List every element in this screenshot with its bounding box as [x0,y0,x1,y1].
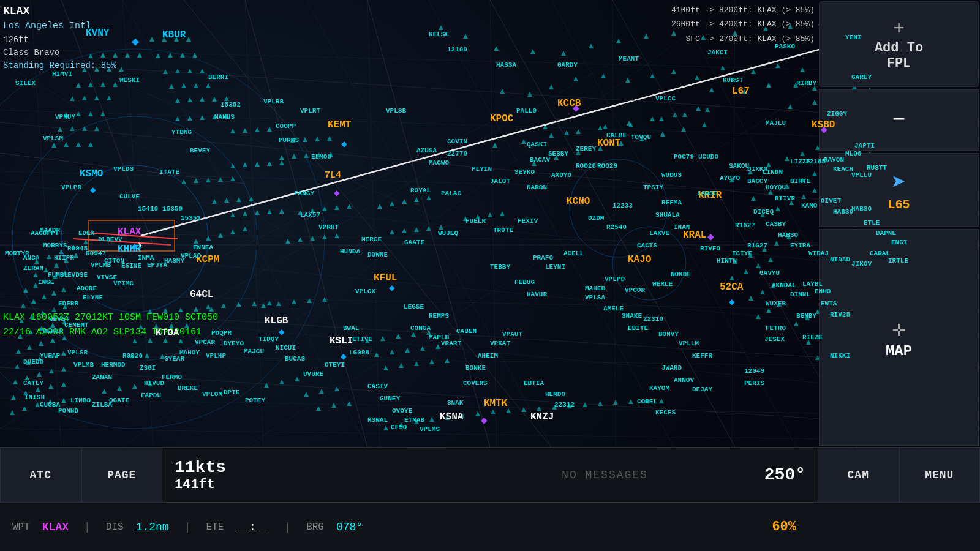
dis-value: 1.2nm [136,521,169,533]
speed-value: 11kts [175,458,453,477]
cam-button[interactable]: CAM [818,448,899,503]
minus-icon: − [892,108,906,133]
zoom-out-button[interactable]: − [819,89,979,151]
right-buttons: CAM MENU [818,448,980,503]
brg-label: BRG [306,522,324,533]
airport-class: Class Bravo [3,47,116,59]
left-buttons: ATC PAGE [0,448,162,503]
separator1: | [84,521,91,533]
airspace-line1: 4100ft -> 8200ft: KLAX (> 85%) [671,3,815,17]
plus-icon: + [893,18,905,40]
airport-icao: KLAX [3,3,116,20]
menu-button[interactable]: MENU [899,448,981,503]
right-action-panel: + Add To FPL − ➤ L65 ✛ MAP [818,0,980,447]
direct-arrow-icon: ➤ [891,168,906,198]
altitude-value: 141ft [175,477,453,492]
ete-label: ETE [206,522,224,533]
messages-area: NO MESSAGES [466,469,744,481]
percent-value: 60% [772,519,796,534]
bottom-bar: ATC PAGE 11kts 141ft NO MESSAGES 250° CA… [0,447,980,551]
airport-name: Los Angeles Intl [3,20,116,34]
brg-value: 078° [336,521,363,533]
wpt-label: WPT [12,522,30,533]
direct-to-button[interactable]: ➤ L65 [819,153,979,227]
speed-altitude-area: 11kts 141ft [162,453,466,497]
separator3: | [284,521,291,533]
add-to-fpl-label: Add To [875,40,923,56]
metar-panel: KLAX 160053Z 27012KT 10SM FEW010 SCT050 … [3,310,218,340]
map-label: MAP [886,343,912,359]
heading-value: 250° [744,465,818,484]
metar-line1: KLAX 160053Z 27012KT 10SM FEW010 SCT050 [3,310,218,325]
atc-button[interactable]: ATC [0,448,81,503]
map-button[interactable]: ✛ MAP [819,229,979,446]
airspace-info-panel: 4100ft -> 8200ft: KLAX (> 85%) 2600ft ->… [671,3,815,46]
map-view[interactable]: ✈ KLAX Los Angeles Intl 126ft Class Brav… [0,0,980,447]
add-to-fpl-button[interactable]: + Add To FPL [819,1,979,87]
fpl-label: FPL [887,56,911,71]
wpt-value: KLAX [42,521,69,533]
airspace-line2: 2600ft -> 4200ft: KLAX (> 85%) [671,17,815,31]
page-button[interactable]: PAGE [81,448,163,503]
crosshair-icon: ✛ [892,316,906,343]
aircraft-icon: ✈ [136,238,143,253]
wpt-info-area: WPT KLAX | DIS 1.2nm | ETE __:__ | BRG 0… [12,519,968,534]
dis-label: DIS [106,522,124,533]
airport-elevation: 126ft [3,34,116,47]
airport-info-panel: KLAX Los Angeles Intl 126ft Class Bravo … [3,3,116,72]
bottom-bottom-row: WPT KLAX | DIS 1.2nm | ETE __:__ | BRG 0… [0,503,980,551]
ete-value: __:__ [236,521,269,533]
bottom-top-row: ATC PAGE 11kts 141ft NO MESSAGES 250° CA… [0,448,980,503]
airspace-line3: SFC -> 2700ft: KLAX (> 85%) [671,32,815,46]
airport-standing: Standing Required: 85% [3,59,116,72]
direct-to-waypoint: L65 [888,198,910,212]
separator2: | [184,521,191,533]
metar-line2: 22/16 A2993 RMK AO2 SLP134 T02220161 [3,325,218,340]
